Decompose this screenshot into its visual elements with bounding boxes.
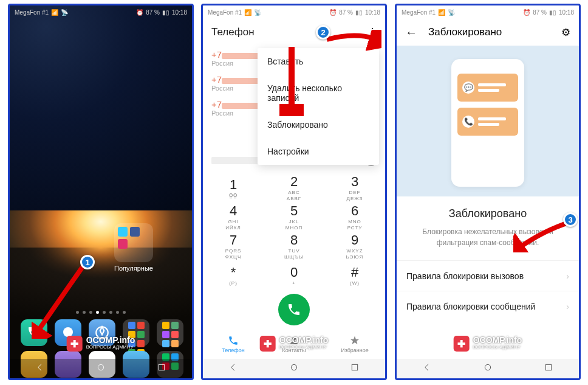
svg-rect-7 [352,364,357,370]
battery-icon: ▮▯ [162,9,169,16]
watermark-text: OCOMP.info [473,336,522,344]
status-bar: MegaFon #1📶📡 ⏰87 %▮▯10:18 [203,5,385,19]
call-number: +7 [211,49,222,60]
nav-home-icon[interactable] [289,362,299,375]
tab-label: Телефон [222,347,244,353]
battery-icon: ▮▯ [549,9,556,16]
watermark-icon: ✚ [454,336,470,352]
chevron-right-icon: › [566,302,569,311]
carrier-label: MegaFon #1 [402,9,436,16]
item-label: Правила блокировки вызовов [406,271,524,281]
callout-3: 3 [563,212,578,227]
home-folder-popular[interactable] [114,223,153,262]
dial-key-star[interactable]: *(P) [203,261,264,290]
signal-icon: 📶 [51,9,58,16]
battery-label: 87 % [533,9,547,16]
watermark-subtext: ВОПРОСЫ АДМИНУ [279,344,329,351]
annotation-arrow [32,260,86,339]
dial-key-5[interactable]: 5JKLМНОП [264,203,324,232]
nav-bar [10,359,192,378]
svg-point-10 [485,364,490,370]
signal-icon: 📶 [438,9,445,16]
folder-app-icon [118,239,128,249]
dial-key-3[interactable]: 3DEFДЕЖЗ [324,173,385,203]
nav-recent-icon[interactable] [157,362,166,375]
phone-screen-dialer: MegaFon #1📶📡 ⏰87 %▮▯10:18 Телефон ⋮ +7Ро… [201,4,387,380]
wifi-icon: 📡 [254,9,261,16]
carrier-label: MegaFon #1 [15,9,49,16]
tab-phone[interactable]: Телефон [203,331,264,357]
dial-key-2[interactable]: 2ABCАБВГ [264,173,324,203]
battery-label: 87 % [146,9,160,16]
dial-key-9[interactable]: 9WXYZЬЭЮЯ [324,232,385,261]
svg-rect-3 [159,364,164,370]
dial-key-6[interactable]: 6MNOРСТУ [324,203,385,232]
watermark-text: OCOMP.info [86,336,135,344]
tab-label: Избранное [341,347,369,353]
call-button[interactable] [278,294,310,325]
nav-home-icon[interactable] [96,362,106,375]
watermark: ✚ OCOMP.infoВОПРОСЫ АДМИНУ [260,336,329,352]
dial-key-1[interactable]: 1O̲O̲ [203,173,264,203]
status-bar: MegaFon #1📶📡 ⏰87 %▮▯10:18 [10,5,192,19]
dial-key-8[interactable]: 8TUVШЩЪЫ [264,232,324,261]
nav-back-icon[interactable] [228,362,238,375]
nav-home-icon[interactable] [483,362,493,375]
dial-key-hash[interactable]: #(W) [324,261,385,290]
wifi-icon: 📡 [61,9,68,16]
folder-label: Популярные [102,265,165,272]
nav-recent-icon[interactable] [350,362,360,375]
callout-1: 1 [80,255,95,269]
carrier-label: MegaFon #1 [208,9,242,16]
status-bar: MegaFon #1📶📡 ⏰87 %▮▯10:18 [397,5,579,19]
phone-screen-home: MegaFon #1📶📡 ⏰87 %▮▯10:18 Популярные [8,4,194,380]
call-number: +7 [211,99,222,109]
annotation-arrow [323,30,381,54]
alarm-icon: ⏰ [523,9,530,16]
folder-app-icon [130,227,140,237]
nav-back-icon[interactable] [35,362,45,375]
signal-icon: 📶 [244,9,251,16]
back-arrow-icon[interactable]: ← [405,26,417,40]
dock-folder[interactable] [157,319,183,346]
menu-item-blocked[interactable]: Заблокировано [258,111,379,138]
dial-key-4[interactable]: 4GHIИЙКЛ [203,203,264,232]
chat-icon: 💬 [462,82,474,94]
nav-recent-icon[interactable] [544,362,553,375]
dial-key-7[interactable]: 7PQRSФХЦЧ [203,232,264,261]
overflow-menu: Вставить Удалить несколько записей Забло… [258,48,379,165]
menu-item-delete-multiple[interactable]: Удалить несколько записей [258,75,379,111]
item-label: Правила блокировки сообщений [406,302,535,311]
battery-icon: ▮▯ [355,9,363,16]
phone-screen-blocked: MegaFon #1📶📡 ⏰87 %▮▯10:18 ← Заблокирован… [395,4,581,380]
dialpad: 1O̲O̲ 2ABCАБВГ 3DEFДЕЖЗ 4GHIИЙКЛ 5JKLМНО… [203,173,385,290]
call-number: +7 [211,74,222,85]
page-title: Заблокировано [428,26,550,38]
page-title: Телефон [211,26,255,38]
gear-icon[interactable]: ⚙ [561,26,570,39]
nav-back-icon[interactable] [422,362,432,375]
time-label: 10:18 [172,9,187,16]
time-label: 10:18 [365,9,380,16]
tab-favorites[interactable]: Избранное [324,331,385,357]
chevron-right-icon: › [566,271,569,281]
svg-rect-11 [545,364,551,370]
folder-app-icon [118,227,128,237]
time-label: 10:18 [559,9,574,16]
hero-illustration: 💬 📞 [397,46,579,196]
menu-item-settings[interactable]: Настройки [258,138,379,165]
watermark-subtext: ВОПРОСЫ АДМИНУ [86,344,135,351]
nav-bar [203,359,385,378]
item-call-block-rules[interactable]: Правила блокировки вызовов › [397,260,579,291]
item-message-block-rules[interactable]: Правила блокировки сообщений › [397,291,579,321]
alarm-icon: ⏰ [329,9,337,16]
callout-2: 2 [316,25,330,40]
svg-point-6 [291,364,296,370]
battery-label: 87 % [339,9,353,16]
dial-key-0[interactable]: 0+ [264,261,324,290]
watermark-text: OCOMP.info [279,336,329,344]
svg-point-2 [98,364,103,370]
nav-bar [397,359,579,378]
phone-icon: 📞 [462,116,474,128]
wifi-icon: 📡 [448,9,455,16]
